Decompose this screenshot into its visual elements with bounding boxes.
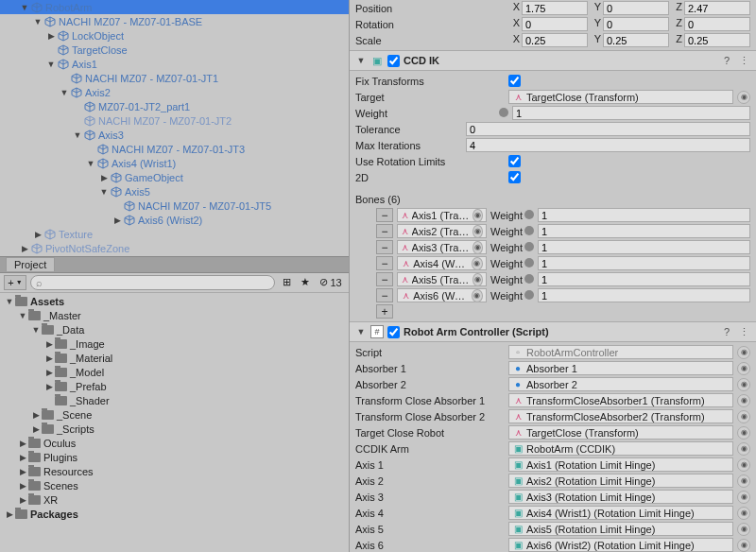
remove-bone-button[interactable]: − — [376, 256, 393, 270]
remove-bone-button[interactable]: − — [376, 208, 393, 222]
project-tab[interactable]: Project — [6, 257, 55, 271]
rac-header[interactable]: # Robot Arm Controller (Script) ? ⋮ — [350, 321, 756, 342]
bone-field[interactable]: ⋏Axis1 (Transform)◉ — [397, 208, 487, 222]
foldout-icon[interactable] — [19, 3, 30, 12]
foldout-icon[interactable] — [45, 60, 57, 69]
rot-y-input[interactable] — [603, 17, 669, 31]
hierarchy-item[interactable]: GameObject — [0, 170, 349, 184]
object-field[interactable]: ●Absorber 1 — [508, 361, 733, 375]
project-item[interactable]: _Scene — [0, 408, 349, 423]
object-field[interactable]: ⋏TransformCloseAbsorber2 (Transform) — [508, 409, 733, 423]
project-item[interactable]: _Scripts — [0, 423, 349, 437]
bone-field[interactable]: ⋏Axis5 (Transform)◉ — [397, 272, 487, 286]
fix-transforms-checkbox[interactable] — [508, 75, 521, 87]
hierarchy-item[interactable]: Axis2 — [0, 85, 349, 99]
project-item[interactable]: _Image — [0, 337, 349, 352]
target-field[interactable]: ⋏TargetClose (Transform) — [508, 90, 733, 104]
hierarchy-item[interactable]: NACHI MZ07 - MZ07-01-BASE — [0, 14, 349, 28]
pos-x-input[interactable] — [522, 1, 588, 15]
scale-z-input[interactable] — [684, 33, 750, 47]
object-field[interactable]: ⋏TargetClose (Transform) — [508, 425, 733, 440]
project-item[interactable]: _Data — [0, 323, 349, 337]
object-picker-icon[interactable]: ◉ — [737, 426, 750, 440]
bone-weight-input[interactable] — [538, 240, 750, 254]
object-picker-icon[interactable]: ◉ — [737, 362, 750, 375]
foldout-icon[interactable] — [43, 354, 55, 363]
project-item[interactable]: XR — [0, 493, 349, 508]
remove-bone-button[interactable]: − — [376, 240, 393, 254]
hidden-toggle[interactable]: ⊘13 — [317, 276, 345, 288]
hierarchy-item[interactable]: Axis3 — [0, 128, 349, 142]
remove-bone-button[interactable]: − — [376, 224, 393, 238]
object-field[interactable]: ▣Axis2 (Rotation Limit Hinge) — [508, 474, 733, 488]
project-item[interactable]: Oculus — [0, 437, 349, 451]
foldout-icon[interactable] — [32, 17, 43, 26]
pos-z-input[interactable] — [684, 1, 750, 15]
hierarchy-item[interactable]: NACHI MZ07 - MZ07-01-JT3 — [0, 142, 349, 156]
rot-x-input[interactable] — [522, 17, 588, 31]
foldout-icon[interactable] — [30, 410, 42, 420]
foldout-icon[interactable] — [355, 56, 367, 65]
project-item[interactable]: _Shader — [0, 394, 349, 408]
project-item[interactable]: Resources — [0, 465, 349, 479]
object-picker-icon[interactable]: ◉ — [737, 539, 750, 552]
foldout-icon[interactable] — [85, 159, 96, 168]
project-item[interactable]: _Prefab — [0, 380, 349, 394]
hierarchy-item[interactable]: NACHI MZ07 - MZ07-01-JT5 — [0, 198, 349, 213]
object-picker-icon[interactable]: ◉ — [472, 273, 483, 286]
bone-field[interactable]: ⋏Axis3 (Transform)◉ — [397, 240, 487, 254]
project-item[interactable]: Plugins — [0, 451, 349, 465]
hierarchy-item[interactable]: PivotNotSafeZone — [0, 241, 349, 255]
project-item[interactable]: Assets — [0, 295, 349, 309]
object-picker-icon[interactable]: ◉ — [472, 289, 483, 302]
foldout-icon[interactable] — [43, 339, 55, 349]
add-bone-button[interactable]: + — [376, 304, 393, 319]
foldout-icon[interactable] — [43, 368, 55, 377]
foldout-icon[interactable] — [72, 130, 83, 140]
object-picker-icon[interactable]: ◉ — [472, 225, 483, 238]
hierarchy-item[interactable]: NACHI MZ07 - MZ07-01-JT2 — [0, 113, 349, 128]
object-field[interactable]: ⋏TransformCloseAbsorber1 (Transform) — [508, 393, 733, 407]
foldout-icon[interactable] — [4, 297, 15, 306]
hierarchy-item[interactable]: Axis5 — [0, 184, 349, 198]
foldout-icon[interactable] — [355, 327, 367, 336]
object-picker-icon[interactable]: ◉ — [737, 346, 750, 359]
ccdik-header[interactable]: ▣ CCD IK ? ⋮ — [350, 50, 756, 71]
foldout-icon[interactable] — [17, 453, 28, 462]
object-picker-icon[interactable]: ◉ — [737, 491, 750, 504]
max-iter-input[interactable] — [466, 138, 750, 152]
project-tree[interactable]: Assets_Master_Data_Image_Material_Model_… — [0, 293, 349, 553]
object-field[interactable]: ▣Axis4 (Wrist1) (Rotation Limit Hinge) — [508, 506, 733, 520]
scale-x-input[interactable] — [522, 33, 588, 47]
foldout-icon[interactable] — [30, 424, 42, 434]
foldout-icon[interactable] — [19, 244, 30, 253]
ccdik-enable-checkbox[interactable] — [387, 55, 400, 67]
object-picker-icon[interactable]: ◉ — [737, 378, 750, 391]
bone-field[interactable]: ⋏Axis4 (Wrist1)◉ — [397, 256, 487, 270]
object-picker-icon[interactable]: ◉ — [737, 410, 750, 423]
hierarchy-item[interactable]: Axis6 (Wrist2) — [0, 213, 349, 227]
rac-enable-checkbox[interactable] — [387, 326, 400, 338]
hierarchy-item[interactable]: Axis4 (Wrist1) — [0, 156, 349, 170]
project-search-input[interactable]: ⌕ — [30, 275, 275, 290]
component-menu-icon[interactable]: ⋮ — [737, 325, 750, 338]
hierarchy-panel[interactable]: RobotArmNACHI MZ07 - MZ07-01-BASELockObj… — [0, 0, 349, 256]
project-item[interactable]: _Material — [0, 352, 349, 366]
2d-checkbox[interactable] — [508, 171, 521, 183]
remove-bone-button[interactable]: − — [376, 288, 393, 302]
bone-weight-input[interactable] — [538, 288, 750, 302]
project-item[interactable]: _Model — [0, 366, 349, 380]
tolerance-input[interactable] — [466, 122, 750, 136]
hierarchy-item[interactable]: Texture — [0, 227, 349, 241]
object-field[interactable]: ●Absorber 2 — [508, 377, 733, 391]
rot-z-input[interactable] — [684, 17, 750, 31]
object-field[interactable]: ▣Axis6 (Wrist2) (Rotation Limit Hinge) — [508, 538, 733, 552]
foldout-icon[interactable] — [98, 173, 110, 182]
object-field[interactable]: ▣Axis5 (Rotation Limit Hinge) — [508, 522, 733, 536]
foldout-icon[interactable] — [17, 467, 28, 476]
project-item[interactable]: Scenes — [0, 479, 349, 493]
bone-weight-input[interactable] — [538, 208, 750, 222]
object-field[interactable]: ▣Axis1 (Rotation Limit Hinge) — [508, 457, 733, 472]
bone-field[interactable]: ⋏Axis6 (Wrist2)◉ — [397, 288, 487, 302]
object-picker-icon[interactable]: ◉ — [737, 474, 750, 488]
